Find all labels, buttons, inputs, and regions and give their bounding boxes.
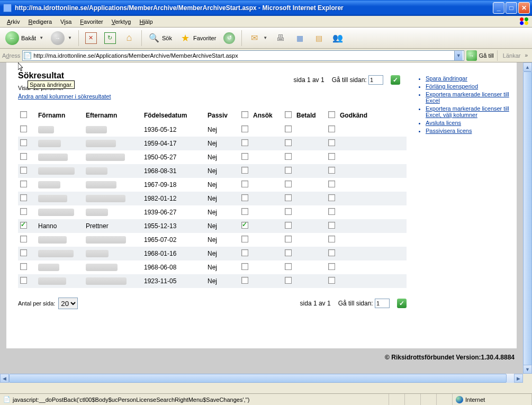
betald-checkbox[interactable] bbox=[285, 236, 292, 242]
row-checkbox[interactable] bbox=[20, 236, 27, 242]
godkand-checkbox[interactable] bbox=[328, 125, 335, 132]
favorites-button[interactable]: ★ Favoriter bbox=[177, 31, 218, 45]
betald-checkbox[interactable] bbox=[285, 222, 292, 229]
address-dropdown[interactable]: ▼ bbox=[454, 51, 463, 60]
goto-page-input[interactable] bbox=[368, 75, 383, 85]
row-checkbox[interactable] bbox=[20, 208, 27, 215]
betald-checkbox[interactable] bbox=[285, 208, 292, 215]
menu-favoriter[interactable]: Favoriter bbox=[76, 17, 106, 26]
godkand-checkbox[interactable] bbox=[328, 277, 335, 284]
mail-button[interactable]: ✉▼ bbox=[246, 31, 269, 45]
betald-checkbox[interactable] bbox=[285, 277, 292, 284]
search-button[interactable]: 🔍 Sök bbox=[146, 31, 174, 45]
per-page-select[interactable]: 20 bbox=[58, 298, 78, 309]
menu-redigera[interactable]: Redigera bbox=[24, 17, 56, 26]
godkand-checkbox[interactable] bbox=[328, 139, 335, 146]
scroll-right-button[interactable]: ▶ bbox=[514, 374, 523, 383]
ansok-checkbox[interactable] bbox=[241, 222, 248, 229]
change-columns-link[interactable]: Ändra antal kolumner i sökresultatet bbox=[18, 93, 111, 100]
betald-checkbox[interactable] bbox=[285, 167, 292, 174]
print-button[interactable]: 🖶 bbox=[273, 31, 288, 45]
godkand-checkbox[interactable] bbox=[328, 153, 335, 160]
row-checkbox[interactable] bbox=[20, 249, 27, 256]
stop-icon: ✕ bbox=[85, 32, 97, 44]
forward-button[interactable]: → ▼ bbox=[49, 30, 74, 46]
betald-checkbox[interactable] bbox=[285, 181, 292, 187]
betald-checkbox[interactable] bbox=[285, 125, 292, 132]
betald-header-checkbox[interactable] bbox=[285, 111, 292, 118]
go-button[interactable]: → bbox=[466, 50, 477, 61]
row-checkbox[interactable] bbox=[20, 263, 27, 270]
vertical-scrollbar[interactable]: ▲ ▼ bbox=[523, 62, 532, 374]
row-checkbox[interactable] bbox=[20, 222, 27, 229]
scroll-thumb[interactable] bbox=[523, 71, 532, 365]
ansok-checkbox[interactable] bbox=[241, 194, 248, 201]
ansok-checkbox[interactable] bbox=[241, 208, 248, 215]
scroll-up-button[interactable]: ▲ bbox=[523, 62, 532, 71]
stop-button[interactable]: ✕ bbox=[83, 31, 99, 45]
horizontal-scrollbar[interactable]: ◀ ▶ bbox=[0, 374, 523, 383]
godkand-checkbox[interactable] bbox=[328, 181, 335, 187]
maximize-button[interactable]: □ bbox=[506, 2, 517, 14]
scroll-down-button[interactable]: ▼ bbox=[523, 365, 532, 374]
ansok-checkbox[interactable] bbox=[241, 125, 248, 132]
menu-hjalp[interactable]: Hjälp bbox=[136, 17, 156, 26]
goto-page-button[interactable]: ✓ bbox=[391, 75, 400, 85]
godkand-checkbox[interactable] bbox=[328, 249, 335, 256]
betald-checkbox[interactable] bbox=[285, 194, 292, 201]
edit-button[interactable]: ▦ bbox=[292, 31, 308, 45]
ansok-checkbox[interactable] bbox=[241, 153, 248, 160]
godkand-checkbox[interactable] bbox=[328, 263, 335, 270]
ansok-checkbox[interactable] bbox=[241, 263, 248, 270]
side-link-5[interactable]: Passivisera licens bbox=[426, 128, 472, 134]
refresh-button[interactable]: ↻ bbox=[102, 31, 118, 45]
godkand-header-checkbox[interactable] bbox=[328, 111, 335, 118]
side-link-3[interactable]: Exportera markerade licenser till Excel,… bbox=[426, 105, 509, 118]
ansok-checkbox[interactable] bbox=[241, 249, 248, 256]
godkand-checkbox[interactable] bbox=[328, 167, 335, 174]
godkand-checkbox[interactable] bbox=[328, 222, 335, 229]
ansok-checkbox[interactable] bbox=[241, 236, 248, 242]
side-link-4[interactable]: Avsluta licens bbox=[426, 120, 461, 126]
godkand-checkbox[interactable] bbox=[328, 236, 335, 242]
godkand-checkbox[interactable] bbox=[328, 208, 335, 215]
row-checkbox[interactable] bbox=[20, 139, 27, 146]
address-input[interactable]: 📄 http://ma.idrottonline.se/Applications… bbox=[22, 50, 464, 61]
row-checkbox[interactable] bbox=[20, 181, 27, 187]
goto-page-input-bottom[interactable] bbox=[375, 299, 390, 308]
ansok-header-checkbox[interactable] bbox=[241, 111, 248, 118]
back-button[interactable]: ← Bakåt ▼ bbox=[3, 30, 46, 46]
row-checkbox[interactable] bbox=[20, 125, 27, 132]
side-link-1[interactable]: Förläng licensperiod bbox=[426, 83, 478, 89]
menu-arkiv[interactable]: Arkiv bbox=[3, 17, 23, 26]
close-button[interactable]: ✕ bbox=[518, 2, 530, 14]
ansok-checkbox[interactable] bbox=[241, 139, 248, 146]
row-checkbox[interactable] bbox=[20, 167, 27, 174]
menu-visa[interactable]: Visa bbox=[57, 17, 75, 26]
row-checkbox[interactable] bbox=[20, 277, 27, 284]
select-all-checkbox[interactable] bbox=[20, 111, 27, 118]
messenger-button[interactable]: 👥 bbox=[330, 31, 346, 45]
ansok-checkbox[interactable] bbox=[241, 181, 248, 187]
row-checkbox[interactable] bbox=[20, 153, 27, 160]
betald-checkbox[interactable] bbox=[285, 153, 292, 160]
side-link-0[interactable]: Spara ändringar bbox=[426, 75, 467, 82]
home-button[interactable]: ⌂ bbox=[121, 31, 137, 45]
betald-checkbox[interactable] bbox=[285, 139, 292, 146]
menu-verktyg[interactable]: Verktyg bbox=[108, 17, 135, 26]
betald-checkbox[interactable] bbox=[285, 263, 292, 270]
row-checkbox[interactable] bbox=[20, 194, 27, 201]
scroll-thumb[interactable] bbox=[9, 374, 507, 383]
goto-page-button-bottom[interactable]: ✓ bbox=[397, 299, 407, 308]
ansok-checkbox[interactable] bbox=[241, 277, 248, 284]
betald-checkbox[interactable] bbox=[285, 249, 292, 256]
minimize-button[interactable]: _ bbox=[493, 2, 504, 14]
table-row: 1967-09-18Nej bbox=[18, 178, 407, 192]
star-icon: ★ bbox=[179, 32, 191, 44]
scroll-left-button[interactable]: ◀ bbox=[0, 374, 9, 383]
godkand-checkbox[interactable] bbox=[328, 194, 335, 201]
history-button[interactable]: ↺ bbox=[221, 31, 237, 45]
side-link-2[interactable]: Exportera markerade licenser till Excel bbox=[426, 91, 509, 104]
discuss-button[interactable]: ▤ bbox=[311, 31, 327, 45]
ansok-checkbox[interactable] bbox=[241, 167, 248, 174]
